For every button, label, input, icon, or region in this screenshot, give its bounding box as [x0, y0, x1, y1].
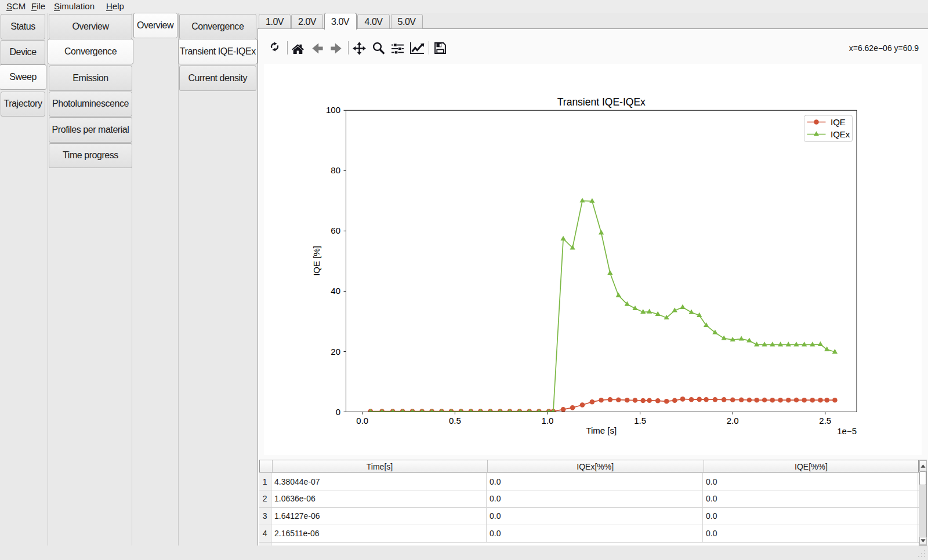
svg-text:1.5: 1.5	[634, 416, 646, 426]
svg-text:IQE [%]: IQE [%]	[311, 246, 321, 276]
svg-text:Time [s]: Time [s]	[586, 426, 617, 435]
svg-text:40: 40	[331, 286, 340, 296]
svg-text:20: 20	[331, 347, 340, 357]
svg-text:0.0: 0.0	[356, 416, 368, 426]
svg-text:1e−5: 1e−5	[837, 426, 857, 436]
svg-text:Transient IQE-IQEx: Transient IQE-IQEx	[557, 96, 646, 108]
svg-text:IQEx: IQEx	[831, 129, 850, 139]
svg-text:80: 80	[331, 165, 340, 175]
svg-text:2.0: 2.0	[727, 416, 739, 426]
svg-text:2.5: 2.5	[819, 416, 831, 426]
svg-text:1.0: 1.0	[542, 416, 554, 426]
svg-text:60: 60	[331, 226, 340, 235]
svg-text:0.5: 0.5	[449, 416, 461, 426]
svg-text:0: 0	[336, 407, 340, 417]
svg-text:IQE: IQE	[831, 117, 846, 127]
svg-text:100: 100	[326, 105, 340, 115]
